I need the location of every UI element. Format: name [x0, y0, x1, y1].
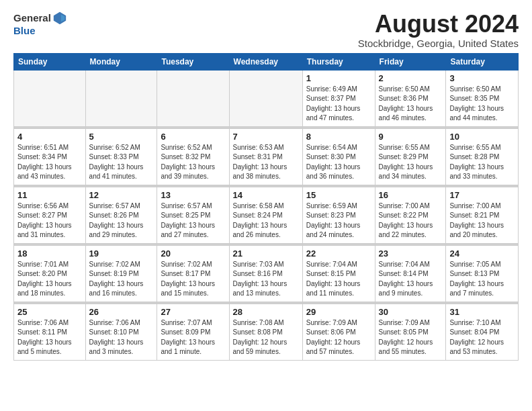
- day-info: Sunrise: 6:57 AM Sunset: 8:25 PM Dayligh…: [161, 201, 225, 240]
- calendar-cell: 19Sunrise: 7:02 AM Sunset: 8:19 PM Dayli…: [85, 245, 157, 302]
- day-info: Sunrise: 6:50 AM Sunset: 8:36 PM Dayligh…: [379, 85, 443, 124]
- day-info: Sunrise: 7:09 AM Sunset: 8:06 PM Dayligh…: [306, 318, 371, 357]
- day-info: Sunrise: 7:06 AM Sunset: 8:11 PM Dayligh…: [17, 318, 82, 357]
- calendar-cell: 31Sunrise: 7:10 AM Sunset: 8:04 PM Dayli…: [446, 304, 519, 360]
- header-tuesday: Tuesday: [157, 53, 229, 70]
- day-info: Sunrise: 6:51 AM Sunset: 8:34 PM Dayligh…: [17, 143, 82, 182]
- calendar-cell: 28Sunrise: 7:08 AM Sunset: 8:08 PM Dayli…: [229, 304, 302, 360]
- day-info: Sunrise: 7:00 AM Sunset: 8:22 PM Dayligh…: [379, 201, 443, 240]
- day-number: 26: [89, 307, 154, 317]
- day-info: Sunrise: 7:03 AM Sunset: 8:16 PM Dayligh…: [233, 260, 299, 299]
- calendar-cell: 29Sunrise: 7:09 AM Sunset: 8:06 PM Dayli…: [302, 304, 375, 360]
- day-number: 2: [379, 73, 443, 83]
- calendar-cell: [14, 70, 86, 126]
- day-info: Sunrise: 6:54 AM Sunset: 8:30 PM Dayligh…: [306, 143, 371, 182]
- logo-icon: [52, 11, 67, 26]
- day-number: 8: [306, 132, 371, 142]
- day-info: Sunrise: 6:53 AM Sunset: 8:31 PM Dayligh…: [233, 143, 299, 182]
- day-info: Sunrise: 6:58 AM Sunset: 8:24 PM Dayligh…: [233, 201, 299, 240]
- calendar-cell: 22Sunrise: 7:04 AM Sunset: 8:15 PM Dayli…: [302, 245, 375, 302]
- day-number: 3: [449, 73, 515, 83]
- calendar-cell: 8Sunrise: 6:54 AM Sunset: 8:30 PM Daylig…: [302, 128, 375, 185]
- header-wednesday: Wednesday: [229, 53, 302, 70]
- day-number: 23: [379, 248, 443, 259]
- day-number: 25: [17, 307, 82, 317]
- day-number: 24: [449, 248, 515, 259]
- calendar-cell: [157, 70, 229, 126]
- day-number: 22: [306, 248, 371, 259]
- day-number: 31: [449, 307, 515, 317]
- day-number: 10: [449, 132, 515, 142]
- page-header: General Blue August 2024 Stockbridge, Ge…: [13, 11, 519, 49]
- day-info: Sunrise: 7:05 AM Sunset: 8:13 PM Dayligh…: [449, 260, 515, 299]
- calendar-week-5: 25Sunrise: 7:06 AM Sunset: 8:11 PM Dayli…: [14, 304, 519, 360]
- day-info: Sunrise: 6:52 AM Sunset: 8:33 PM Dayligh…: [89, 143, 154, 182]
- logo-blue: Blue: [13, 26, 36, 37]
- day-info: Sunrise: 7:06 AM Sunset: 8:10 PM Dayligh…: [89, 318, 154, 357]
- calendar-cell: 4Sunrise: 6:51 AM Sunset: 8:34 PM Daylig…: [14, 128, 86, 185]
- day-number: 13: [161, 190, 225, 200]
- day-number: 27: [161, 307, 225, 317]
- day-info: Sunrise: 6:55 AM Sunset: 8:29 PM Dayligh…: [379, 143, 443, 182]
- day-info: Sunrise: 6:55 AM Sunset: 8:28 PM Dayligh…: [449, 143, 515, 182]
- calendar-cell: 7Sunrise: 6:53 AM Sunset: 8:31 PM Daylig…: [229, 128, 302, 185]
- day-number: 17: [449, 190, 515, 200]
- day-number: 21: [233, 248, 299, 259]
- header-saturday: Saturday: [446, 53, 519, 70]
- day-info: Sunrise: 7:01 AM Sunset: 8:20 PM Dayligh…: [17, 260, 82, 299]
- day-info: Sunrise: 7:09 AM Sunset: 8:05 PM Dayligh…: [379, 318, 443, 357]
- day-number: 4: [17, 132, 82, 142]
- calendar-title: August 2024: [358, 11, 519, 38]
- logo-general: General: [13, 13, 51, 24]
- calendar-cell: 11Sunrise: 6:56 AM Sunset: 8:27 PM Dayli…: [14, 187, 86, 243]
- day-number: 19: [89, 248, 154, 259]
- day-number: 11: [17, 190, 82, 200]
- day-info: Sunrise: 7:00 AM Sunset: 8:21 PM Dayligh…: [449, 201, 515, 240]
- day-number: 5: [89, 132, 154, 142]
- calendar-week-3: 11Sunrise: 6:56 AM Sunset: 8:27 PM Dayli…: [14, 187, 519, 243]
- calendar-cell: [85, 70, 157, 126]
- day-number: 28: [233, 307, 299, 317]
- day-info: Sunrise: 7:08 AM Sunset: 8:08 PM Dayligh…: [233, 318, 299, 357]
- day-number: 6: [161, 132, 225, 142]
- day-info: Sunrise: 6:57 AM Sunset: 8:26 PM Dayligh…: [89, 201, 154, 240]
- day-info: Sunrise: 6:49 AM Sunset: 8:37 PM Dayligh…: [306, 85, 371, 124]
- day-info: Sunrise: 6:56 AM Sunset: 8:27 PM Dayligh…: [17, 201, 82, 240]
- day-info: Sunrise: 6:50 AM Sunset: 8:35 PM Dayligh…: [449, 85, 515, 124]
- day-number: 15: [306, 190, 371, 200]
- calendar-cell: 26Sunrise: 7:06 AM Sunset: 8:10 PM Dayli…: [85, 304, 157, 360]
- day-number: 12: [89, 190, 154, 200]
- day-number: 14: [233, 190, 299, 200]
- day-info: Sunrise: 7:10 AM Sunset: 8:04 PM Dayligh…: [449, 318, 515, 357]
- calendar-cell: 6Sunrise: 6:52 AM Sunset: 8:32 PM Daylig…: [157, 128, 229, 185]
- calendar-cell: 23Sunrise: 7:04 AM Sunset: 8:14 PM Dayli…: [375, 245, 446, 302]
- header-friday: Friday: [375, 53, 446, 70]
- calendar-cell: 3Sunrise: 6:50 AM Sunset: 8:35 PM Daylig…: [446, 70, 519, 126]
- day-info: Sunrise: 7:02 AM Sunset: 8:17 PM Dayligh…: [161, 260, 225, 299]
- calendar-cell: 30Sunrise: 7:09 AM Sunset: 8:05 PM Dayli…: [375, 304, 446, 360]
- day-info: Sunrise: 7:04 AM Sunset: 8:14 PM Dayligh…: [379, 260, 443, 299]
- day-number: 9: [379, 132, 443, 142]
- calendar-cell: 13Sunrise: 6:57 AM Sunset: 8:25 PM Dayli…: [157, 187, 229, 243]
- calendar-cell: 10Sunrise: 6:55 AM Sunset: 8:28 PM Dayli…: [446, 128, 519, 185]
- calendar-week-2: 4Sunrise: 6:51 AM Sunset: 8:34 PM Daylig…: [14, 128, 519, 185]
- calendar-cell: 2Sunrise: 6:50 AM Sunset: 8:36 PM Daylig…: [375, 70, 446, 126]
- calendar-cell: 14Sunrise: 6:58 AM Sunset: 8:24 PM Dayli…: [229, 187, 302, 243]
- calendar-week-4: 18Sunrise: 7:01 AM Sunset: 8:20 PM Dayli…: [14, 245, 519, 302]
- day-number: 16: [379, 190, 443, 200]
- header-monday: Monday: [85, 53, 157, 70]
- calendar-cell: 16Sunrise: 7:00 AM Sunset: 8:22 PM Dayli…: [375, 187, 446, 243]
- calendar-cell: 18Sunrise: 7:01 AM Sunset: 8:20 PM Dayli…: [14, 245, 86, 302]
- calendar-week-1: 1Sunrise: 6:49 AM Sunset: 8:37 PM Daylig…: [14, 70, 519, 126]
- calendar-cell: 17Sunrise: 7:00 AM Sunset: 8:21 PM Dayli…: [446, 187, 519, 243]
- calendar-cell: [229, 70, 302, 126]
- header-row: Sunday Monday Tuesday Wednesday Thursday…: [14, 53, 519, 70]
- calendar-cell: 20Sunrise: 7:02 AM Sunset: 8:17 PM Dayli…: [157, 245, 229, 302]
- logo: General Blue: [13, 11, 67, 37]
- calendar-cell: 1Sunrise: 6:49 AM Sunset: 8:37 PM Daylig…: [302, 70, 375, 126]
- day-info: Sunrise: 6:52 AM Sunset: 8:32 PM Dayligh…: [161, 143, 225, 182]
- calendar-cell: 27Sunrise: 7:07 AM Sunset: 8:09 PM Dayli…: [157, 304, 229, 360]
- calendar-cell: 5Sunrise: 6:52 AM Sunset: 8:33 PM Daylig…: [85, 128, 157, 185]
- day-number: 18: [17, 248, 82, 259]
- calendar-cell: 21Sunrise: 7:03 AM Sunset: 8:16 PM Dayli…: [229, 245, 302, 302]
